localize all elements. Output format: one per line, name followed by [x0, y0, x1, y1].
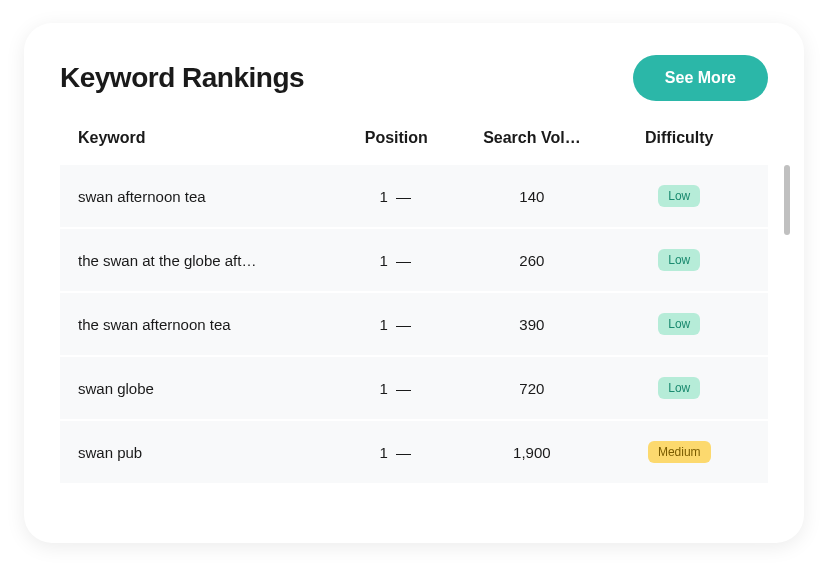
col-position: Position	[337, 129, 455, 147]
col-keyword: Keyword	[78, 129, 337, 147]
cell-difficulty: Medium	[609, 441, 750, 463]
difficulty-badge: Low	[658, 249, 700, 271]
cell-keyword: swan afternoon tea	[78, 188, 337, 205]
cell-position: 1 —	[337, 188, 455, 205]
cell-difficulty: Low	[609, 313, 750, 335]
scrollbar-track[interactable]	[784, 165, 790, 483]
cell-position: 1 —	[337, 316, 455, 333]
cell-search-vol: 390	[455, 316, 608, 333]
cell-search-vol: 1,900	[455, 444, 608, 461]
cell-keyword: swan globe	[78, 380, 337, 397]
cell-position: 1 —	[337, 380, 455, 397]
difficulty-badge: Low	[658, 185, 700, 207]
cell-difficulty: Low	[609, 377, 750, 399]
cell-search-vol: 260	[455, 252, 608, 269]
cell-search-vol: 720	[455, 380, 608, 397]
table-header-row: Keyword Position Search Vol… Difficulty	[60, 129, 768, 165]
table-body: swan afternoon tea 1 — 140 Low the swan …	[60, 165, 768, 483]
col-search-vol: Search Vol…	[455, 129, 608, 147]
rankings-table: Keyword Position Search Vol… Difficulty …	[60, 129, 768, 483]
card-header: Keyword Rankings See More	[60, 55, 768, 101]
cell-keyword: swan pub	[78, 444, 337, 461]
table-row[interactable]: swan pub 1 — 1,900 Medium	[60, 421, 768, 483]
cell-keyword: the swan at the globe aft…	[78, 252, 337, 269]
cell-keyword: the swan afternoon tea	[78, 316, 337, 333]
keyword-rankings-card: Keyword Rankings See More Keyword Positi…	[24, 23, 804, 543]
see-more-button[interactable]: See More	[633, 55, 768, 101]
table-row[interactable]: the swan afternoon tea 1 — 390 Low	[60, 293, 768, 355]
cell-difficulty: Low	[609, 185, 750, 207]
scrollbar-thumb[interactable]	[784, 165, 790, 235]
cell-position: 1 —	[337, 252, 455, 269]
cell-search-vol: 140	[455, 188, 608, 205]
table-row[interactable]: swan globe 1 — 720 Low	[60, 357, 768, 419]
cell-position: 1 —	[337, 444, 455, 461]
table-row[interactable]: the swan at the globe aft… 1 — 260 Low	[60, 229, 768, 291]
col-difficulty: Difficulty	[609, 129, 750, 147]
table-row[interactable]: swan afternoon tea 1 — 140 Low	[60, 165, 768, 227]
difficulty-badge: Low	[658, 313, 700, 335]
difficulty-badge: Medium	[648, 441, 711, 463]
page-title: Keyword Rankings	[60, 62, 304, 94]
difficulty-badge: Low	[658, 377, 700, 399]
cell-difficulty: Low	[609, 249, 750, 271]
